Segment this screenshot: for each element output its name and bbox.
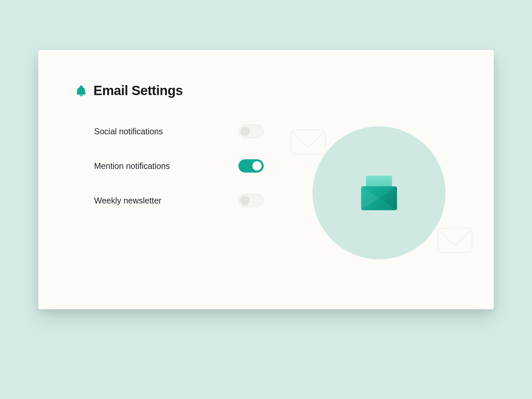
setting-label: Weekly newsletter [94, 196, 161, 205]
setting-row-newsletter: Weekly newsletter [94, 194, 264, 207]
envelope-icon [438, 228, 472, 253]
setting-row-mention: Mention notifications [94, 159, 264, 173]
settings-list: Social notifications Mention notificatio… [75, 125, 281, 207]
open-envelope-icon [361, 180, 397, 210]
toggle-social-notifications[interactable] [238, 125, 264, 138]
settings-left-column: Email Settings Social notifications Ment… [75, 83, 281, 289]
toggle-weekly-newsletter[interactable] [238, 194, 264, 207]
toggle-mention-notifications[interactable] [238, 159, 264, 173]
header: Email Settings [75, 83, 281, 98]
svg-point-1 [80, 94, 82, 95]
toggle-knob [240, 127, 250, 136]
envelope-icon [291, 130, 326, 154]
email-illustration [288, 113, 470, 273]
settings-card: Email Settings Social notifications Ment… [38, 50, 494, 309]
setting-label: Social notifications [94, 127, 163, 136]
bell-icon [75, 84, 87, 97]
setting-label: Mention notifications [94, 161, 170, 171]
toggle-knob [240, 196, 250, 205]
toggle-knob [252, 161, 262, 171]
page-title: Email Settings [93, 83, 183, 98]
setting-row-social: Social notifications [94, 125, 264, 138]
